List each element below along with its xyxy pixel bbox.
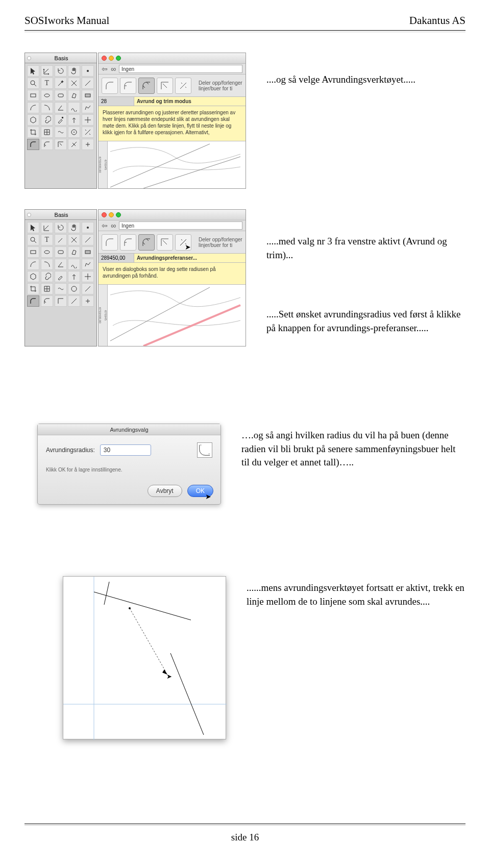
- drawing-canvas[interactable]: 670345 6703400,00: [99, 141, 246, 188]
- nav-back-icon[interactable]: ⇦: [102, 65, 108, 73]
- tool[interactable]: [55, 222, 67, 233]
- tool-text[interactable]: T: [41, 78, 53, 89]
- tool-pointer[interactable]: [27, 65, 39, 77]
- tool[interactable]: [82, 234, 94, 245]
- tool[interactable]: [68, 259, 80, 270]
- tool[interactable]: [55, 283, 67, 294]
- tool[interactable]: [82, 259, 94, 270]
- tool[interactable]: [41, 259, 53, 270]
- layer-dropdown[interactable]: Ingen: [119, 65, 242, 73]
- tool[interactable]: [41, 271, 53, 282]
- tool[interactable]: [27, 234, 39, 245]
- tool-r4[interactable]: [68, 139, 80, 150]
- zoom-icon[interactable]: [116, 56, 121, 61]
- tool-slide[interactable]: [82, 127, 94, 138]
- tool[interactable]: [27, 222, 39, 233]
- close-icon-2[interactable]: [102, 212, 107, 217]
- zoom-icon-2[interactable]: [116, 212, 121, 217]
- tool[interactable]: [41, 246, 53, 258]
- mode-5-prefs[interactable]: [175, 78, 191, 94]
- tool[interactable]: [68, 246, 80, 258]
- tool-hand[interactable]: [68, 65, 80, 77]
- sketch-canvas[interactable]: ➤: [63, 576, 226, 739]
- tool-arc1[interactable]: [27, 102, 39, 113]
- tool-x[interactable]: [68, 78, 80, 89]
- tool-poly[interactable]: [82, 102, 94, 113]
- tool[interactable]: [68, 271, 80, 282]
- mode-5b-prefs[interactable]: ➤: [175, 234, 191, 251]
- tool-spiral[interactable]: [41, 114, 53, 126]
- tool-picker[interactable]: [55, 114, 67, 126]
- tool-rounding[interactable]: [27, 139, 39, 150]
- tool-misc2[interactable]: [68, 127, 80, 138]
- tool-misc1[interactable]: [55, 127, 67, 138]
- minimize-icon[interactable]: [109, 56, 114, 61]
- tool[interactable]: [82, 271, 94, 282]
- tool[interactable]: [55, 271, 67, 282]
- tool[interactable]: [55, 259, 67, 270]
- tool[interactable]: [41, 222, 53, 233]
- close-icon[interactable]: [102, 56, 107, 61]
- tool-dot[interactable]: [82, 65, 94, 77]
- tool[interactable]: [27, 259, 39, 270]
- palette-close-icon[interactable]: [27, 56, 31, 60]
- mode-2[interactable]: [120, 78, 136, 94]
- tool-line[interactable]: [82, 78, 94, 89]
- mode-3b[interactable]: [138, 234, 155, 251]
- tool-r3[interactable]: [55, 139, 67, 150]
- tool[interactable]: [27, 246, 39, 258]
- tool-rotate[interactable]: [55, 65, 67, 77]
- tool[interactable]: [41, 295, 53, 307]
- nav-link-icon[interactable]: ∞: [111, 65, 116, 73]
- cancel-button[interactable]: Avbryt: [148, 485, 182, 497]
- tool-r2[interactable]: [41, 139, 53, 150]
- tool[interactable]: [55, 295, 67, 307]
- tool-crop[interactable]: [27, 127, 39, 138]
- tool-ellipse[interactable]: [41, 90, 53, 101]
- drawing-canvas-2[interactable]: 670345 6703400,00: [99, 285, 246, 346]
- tool-rectfill[interactable]: [82, 90, 94, 101]
- tool-plus[interactable]: [82, 139, 94, 150]
- mode-2b[interactable]: [120, 234, 136, 251]
- mode-4b[interactable]: [157, 234, 173, 251]
- mode-1[interactable]: [102, 78, 118, 94]
- tool-arrow-up[interactable]: [68, 114, 80, 126]
- tool-grid[interactable]: [41, 127, 53, 138]
- palette-close-icon-2[interactable]: [27, 213, 31, 217]
- tool-rounding-2[interactable]: [27, 295, 39, 307]
- tool[interactable]: [55, 246, 67, 258]
- mode-4[interactable]: [157, 78, 173, 94]
- nav-link-icon-2[interactable]: ∞: [111, 221, 116, 230]
- tool-quad[interactable]: [68, 90, 80, 101]
- tool-hex[interactable]: [27, 114, 39, 126]
- tool-arrows[interactable]: [82, 114, 94, 126]
- tool-angle[interactable]: [55, 102, 67, 113]
- tool[interactable]: [82, 246, 94, 258]
- tool[interactable]: [68, 222, 80, 233]
- tool-rect[interactable]: [27, 90, 39, 101]
- ok-button[interactable]: OK ➤: [187, 485, 213, 497]
- tool-roundrect[interactable]: [55, 90, 67, 101]
- tool[interactable]: [82, 283, 94, 294]
- tool[interactable]: [27, 271, 39, 282]
- tool-curve[interactable]: [68, 102, 80, 113]
- mode-1b[interactable]: [102, 234, 118, 251]
- radius-input[interactable]: [100, 444, 151, 456]
- tool[interactable]: [27, 283, 39, 294]
- minimize-icon-2[interactable]: [109, 212, 114, 217]
- tool[interactable]: [41, 283, 53, 294]
- nav-back-icon-2[interactable]: ⇦: [102, 221, 108, 230]
- layer-dropdown-2[interactable]: Ingen: [119, 221, 242, 230]
- mode-3-avrund-trim[interactable]: [138, 78, 155, 94]
- tool[interactable]: [82, 295, 94, 307]
- tool[interactable]: [68, 295, 80, 307]
- tool[interactable]: [55, 234, 67, 245]
- tool-wand[interactable]: [55, 78, 67, 89]
- tool-axes[interactable]: [41, 65, 53, 77]
- tool[interactable]: [82, 222, 94, 233]
- tool[interactable]: [68, 283, 80, 294]
- tool[interactable]: [68, 234, 80, 245]
- tool-zoom[interactable]: [27, 78, 39, 89]
- tool-arc2[interactable]: [41, 102, 53, 113]
- tool[interactable]: T: [41, 234, 53, 245]
